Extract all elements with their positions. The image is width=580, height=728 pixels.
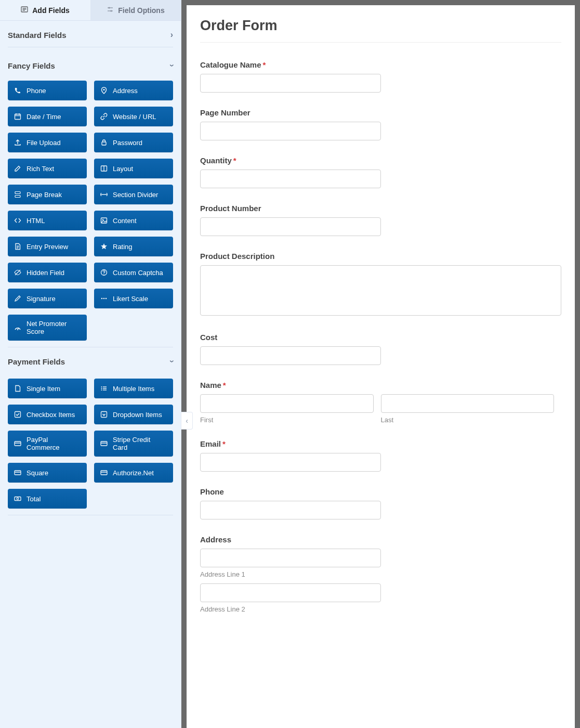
upload-icon — [14, 139, 21, 146]
field-quantity[interactable]: Quantity* — [200, 156, 561, 188]
fancy-field-address[interactable]: Address — [94, 81, 173, 100]
fancy-field-likert-scale[interactable]: Likert Scale — [94, 289, 173, 308]
link-icon — [100, 113, 108, 120]
required-mark: * — [263, 60, 266, 69]
list-icon — [100, 385, 108, 392]
product-description-textarea[interactable] — [200, 265, 561, 316]
sublabel-last: Last — [381, 416, 555, 424]
payment-field-stripe-credit-card[interactable]: Stripe Credit Card — [94, 431, 173, 457]
image-icon — [100, 217, 108, 224]
lock-icon — [100, 139, 108, 146]
field-cost[interactable]: Cost — [200, 333, 561, 365]
field-button-label: Checkbox Items — [27, 411, 75, 419]
fancy-field-hidden-field[interactable]: Hidden Field — [8, 263, 87, 282]
sublabel-address-line1: Address Line 1 — [200, 570, 561, 578]
address-line2-input[interactable] — [200, 583, 381, 602]
payment-field-square[interactable]: Square — [8, 463, 87, 483]
address-line1-input[interactable] — [200, 549, 381, 567]
sidebar-collapse-toggle[interactable]: ‹ — [181, 412, 193, 430]
fancy-field-html[interactable]: HTML — [8, 211, 87, 230]
tab-label: Add Fields — [32, 6, 70, 15]
section-title: Fancy Fields — [8, 61, 55, 70]
sublabel-address-line2: Address Line 2 — [200, 605, 561, 613]
field-button-label: Likert Scale — [113, 295, 148, 303]
fancy-field-file-upload[interactable]: File Upload — [8, 133, 87, 152]
card-icon — [100, 440, 108, 447]
fancy-field-entry-preview[interactable]: Entry Preview — [8, 237, 87, 256]
sublabel-first: First — [200, 416, 374, 424]
payment-field-authorize-net[interactable]: Authorize.Net — [94, 463, 173, 483]
payment-field-multiple-items[interactable]: Multiple Items — [94, 379, 173, 398]
page-number-input[interactable] — [200, 122, 381, 140]
field-button-label: File Upload — [27, 139, 61, 147]
field-button-label: Content — [113, 217, 137, 225]
field-name[interactable]: Name* First Last — [200, 381, 561, 424]
form-canvas[interactable]: Order Form Catalogue Name* Page Number Q… — [187, 5, 575, 728]
tab-label: Field Options — [118, 6, 164, 15]
field-catalogue-name[interactable]: Catalogue Name* — [200, 60, 561, 93]
fancy-field-website-url[interactable]: Website / URL — [94, 107, 173, 126]
field-address[interactable]: Address Address Line 1 Address Line 2 — [200, 535, 561, 613]
field-button-label: Custom Captcha — [113, 269, 163, 277]
tab-field-options[interactable]: Field Options — [90, 0, 181, 20]
field-label: Quantity* — [200, 156, 561, 165]
fancy-field-rating[interactable]: Rating — [94, 237, 173, 256]
fancy-field-net-promoter-score[interactable]: Net Promoter Score — [8, 315, 87, 341]
field-product-description[interactable]: Product Description — [200, 252, 561, 317]
calendar-icon — [14, 113, 21, 120]
field-page-number[interactable]: Page Number — [200, 108, 561, 140]
field-button-label: Authorize.Net — [113, 469, 154, 477]
last-name-input[interactable] — [381, 394, 555, 413]
cost-input[interactable] — [200, 346, 381, 365]
section-fancy-fields[interactable]: Fancy Fields › — [8, 54, 173, 77]
payment-field-dropdown-items[interactable]: Dropdown Items — [94, 405, 173, 424]
fancy-field-phone[interactable]: Phone — [8, 81, 87, 100]
star-icon — [100, 243, 108, 250]
fancy-field-rich-text[interactable]: Rich Text — [8, 159, 87, 178]
first-name-input[interactable] — [200, 394, 374, 413]
sliders-icon — [107, 6, 114, 15]
field-button-label: Password — [113, 139, 142, 147]
fancy-field-page-break[interactable]: Page Break — [8, 185, 87, 204]
phone-input[interactable] — [200, 501, 381, 519]
fancy-field-content[interactable]: Content — [94, 211, 173, 230]
field-button-label: Signature — [27, 295, 56, 303]
payment-field-paypal-commerce[interactable]: PayPal Commerce — [8, 431, 87, 457]
sidebar-tabs: Add Fields Field Options — [0, 0, 181, 21]
field-label: Name* — [200, 381, 561, 389]
fancy-field-layout[interactable]: Layout — [94, 159, 173, 178]
payment-field-single-item[interactable]: Single Item — [8, 379, 87, 398]
field-label: Product Number — [200, 204, 561, 213]
fancy-field-custom-captcha[interactable]: Custom Captcha — [94, 263, 173, 282]
form-title: Order Form — [200, 18, 561, 43]
tab-add-fields[interactable]: Add Fields — [0, 0, 90, 20]
payment-field-checkbox-items[interactable]: Checkbox Items — [8, 405, 87, 424]
section-standard-fields[interactable]: Standard Fields › — [8, 21, 173, 47]
fancy-fields-grid: PhoneAddressDate / TimeWebsite / URLFile… — [8, 81, 173, 341]
field-email[interactable]: Email* — [200, 439, 561, 472]
section-payment-fields[interactable]: Payment Fields › — [8, 347, 173, 373]
field-label: Email* — [200, 439, 561, 448]
field-button-label: HTML — [27, 217, 45, 225]
field-button-label: Rich Text — [27, 165, 54, 173]
field-label: Product Description — [200, 252, 561, 261]
field-button-label: Rating — [113, 243, 133, 251]
page-break-icon — [14, 191, 21, 198]
field-phone[interactable]: Phone — [200, 487, 561, 519]
payment-fields-grid: Single ItemMultiple ItemsCheckbox ItemsD… — [8, 379, 173, 509]
fancy-field-password[interactable]: Password — [94, 133, 173, 152]
quantity-input[interactable] — [200, 170, 381, 188]
map-pin-icon — [100, 87, 108, 94]
fancy-field-signature[interactable]: Signature — [8, 289, 87, 308]
field-product-number[interactable]: Product Number — [200, 204, 561, 236]
product-number-input[interactable] — [200, 217, 381, 236]
payment-field-total[interactable]: Total — [8, 489, 87, 509]
catalogue-name-input[interactable] — [200, 74, 381, 93]
edit-icon — [14, 165, 21, 172]
email-input[interactable] — [200, 453, 381, 472]
section-title: Standard Fields — [8, 31, 67, 40]
card-icon — [14, 440, 21, 447]
chevron-down-icon: › — [167, 360, 176, 362]
fancy-field-date-time[interactable]: Date / Time — [8, 107, 87, 126]
fancy-field-section-divider[interactable]: Section Divider — [94, 185, 173, 204]
